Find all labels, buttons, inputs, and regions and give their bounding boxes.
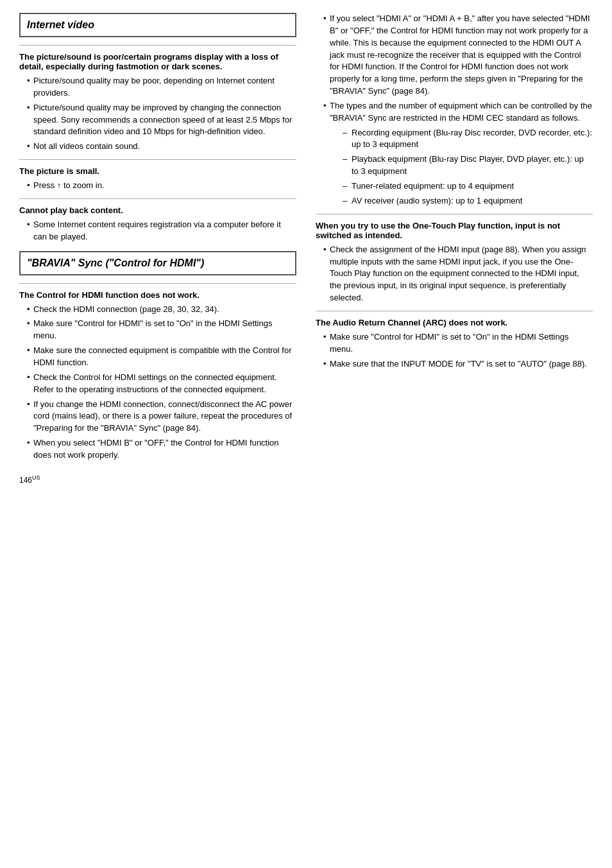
list-item: If you select "HDMI A" or "HDMI A + B," … xyxy=(323,13,593,98)
internet-video-section: Internet video xyxy=(19,13,296,37)
arc-list: Make sure "Control for HDMI" is set to "… xyxy=(316,331,593,370)
list-item: Make sure "Control for HDMI" is set to "… xyxy=(27,318,296,342)
left-column: Internet video The picture/sound is poor… xyxy=(19,13,296,485)
divider-2 xyxy=(19,159,296,160)
bravia-sync-section: "BRAVIA" Sync ("Control for HDMI") xyxy=(19,251,296,275)
arc-heading: The Audio Return Channel (ARC) does not … xyxy=(316,318,593,327)
one-touch-play-heading: When you try to use the One-Touch Play f… xyxy=(316,221,593,240)
dash-item: AV receiver (audio system): up to 1 equi… xyxy=(343,195,593,207)
small-picture-list: Press ↑ to zoom in. xyxy=(19,180,296,192)
divider-1 xyxy=(19,45,296,46)
dash-list: Recording equipment (Blu-ray Disc record… xyxy=(330,127,593,207)
one-touch-play-list: Check the assignment of the HDMI input (… xyxy=(316,244,593,304)
list-item: Check the Control for HDMI settings on t… xyxy=(27,372,296,396)
page-number: 146US xyxy=(19,474,296,485)
dash-item: Recording equipment (Blu-ray Disc record… xyxy=(343,127,593,152)
hdmi-ab-list: If you select "HDMI A" or "HDMI A + B," … xyxy=(316,13,593,207)
internet-video-title: Internet video xyxy=(27,19,289,31)
divider-4 xyxy=(19,283,296,284)
control-hdmi-heading: The Control for HDMI function does not w… xyxy=(19,290,296,300)
poor-picture-heading: The picture/sound is poor/certain progra… xyxy=(19,52,296,71)
list-item: Picture/sound quality may be poor, depen… xyxy=(27,75,296,100)
list-item: Not all videos contain sound. xyxy=(27,141,296,153)
list-item: Make sure the connected equipment is com… xyxy=(27,345,296,369)
small-picture-heading: The picture is small. xyxy=(19,166,296,176)
list-item: Some Internet content requires registrat… xyxy=(27,219,296,243)
divider-5 xyxy=(316,214,593,214)
right-column: If you select "HDMI A" or "HDMI A + B," … xyxy=(316,13,593,485)
control-hdmi-list: Check the HDMI connection (page 28, 30, … xyxy=(19,304,296,462)
list-item: When you select "HDMI B" or "OFF," the C… xyxy=(27,437,296,462)
list-item: The types and the number of equipment wh… xyxy=(323,100,593,207)
divider-3 xyxy=(19,198,296,199)
list-item: Picture/sound quality may be improved by… xyxy=(27,102,296,139)
cannot-play-heading: Cannot play back content. xyxy=(19,205,296,215)
poor-picture-list: Picture/sound quality may be poor, depen… xyxy=(19,75,296,153)
cannot-play-list: Some Internet content requires registrat… xyxy=(19,219,296,243)
dash-item: Playback equipment (Blu-ray Disc Player,… xyxy=(343,153,593,178)
dash-item: Tuner-related equipment: up to 4 equipme… xyxy=(343,180,593,193)
list-item: Make sure "Control for HDMI" is set to "… xyxy=(323,331,593,356)
list-item: Make sure that the INPUT MODE for "TV" i… xyxy=(323,358,593,370)
page-container: Internet video The picture/sound is poor… xyxy=(19,13,593,485)
list-item: Check the HDMI connection (page 28, 30, … xyxy=(27,304,296,316)
list-item: If you change the HDMI connection, conne… xyxy=(27,399,296,435)
divider-6 xyxy=(316,311,593,311)
list-item: Check the assignment of the HDMI input (… xyxy=(323,244,593,304)
bravia-sync-title: "BRAVIA" Sync ("Control for HDMI") xyxy=(27,257,289,269)
list-item: Press ↑ to zoom in. xyxy=(27,180,296,192)
